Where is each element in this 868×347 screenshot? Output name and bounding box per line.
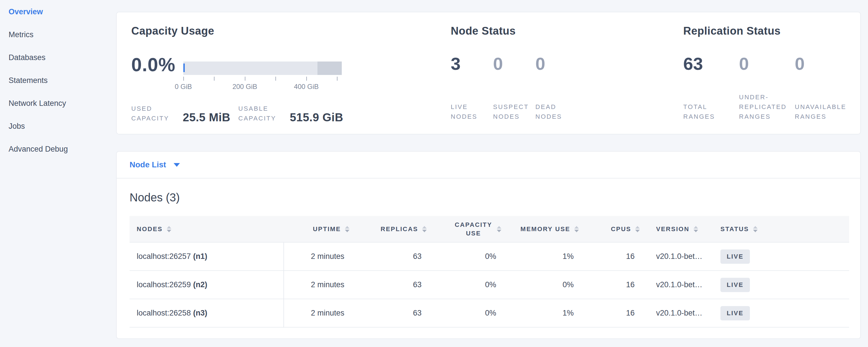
column-header-capacity-use[interactable]: CAPACITY USE: [430, 221, 505, 238]
column-header-status[interactable]: STATUS: [720, 225, 849, 233]
sidebar-item-overview[interactable]: Overview: [0, 0, 116, 23]
sidebar-item-statements[interactable]: Statements: [0, 69, 116, 92]
axis-label-400gib: 400 GiB: [286, 83, 326, 91]
under-replicated-ranges-label: UNDER-REPLICATED RANGES: [739, 92, 795, 122]
total-ranges-label: TOTAL RANGES: [683, 102, 739, 122]
suspect-nodes-value: 0: [493, 54, 535, 73]
capacity-bar-used-segment: [183, 64, 185, 72]
total-ranges-value: 63: [683, 54, 739, 73]
axis-label-0gib: 0 GiB: [163, 83, 203, 91]
version-cell: v20.1.0-bet…: [643, 309, 720, 318]
replication-status-labels: TOTAL RANGES UNDER-REPLICATED RANGES UNA…: [683, 89, 850, 122]
memory-use-cell: 1%: [505, 252, 582, 261]
node-status-labels: LIVE NODES SUSPECT NODES DEAD NODES: [451, 89, 578, 122]
sidebar-item-databases[interactable]: Databases: [0, 46, 116, 69]
node-list-card: Node List Nodes (3) NODES UPTIME REPLICA…: [116, 151, 861, 339]
capacity-usage-section: Capacity Usage 0.0% 0 GiB 200 GiB 400 Gi…: [131, 12, 449, 134]
unavailable-ranges-value: 0: [795, 54, 850, 73]
sort-icon: [167, 226, 171, 232]
unavailable-ranges-label: UNAVAILABLE RANGES: [795, 102, 850, 122]
axis-tick: [214, 77, 215, 81]
capacity-stats: USED CAPACITY 25.5 MiB USABLE CAPACITY 5…: [131, 103, 351, 123]
sidebar: Overview Metrics Databases Statements Ne…: [0, 0, 116, 347]
sidebar-item-advanced-debug[interactable]: Advanced Debug: [0, 137, 116, 160]
cpus-cell: 16: [582, 252, 643, 261]
column-header-cpus[interactable]: CPUS: [582, 225, 643, 233]
node-address: localhost:26259: [137, 280, 191, 289]
column-header-uptime[interactable]: UPTIME: [283, 225, 353, 233]
status-badge: LIVE: [720, 278, 750, 292]
node-status-section: Node Status 3 0 0 LIVE NODES SUSPECT NOD…: [451, 12, 668, 134]
node-address-cell[interactable]: localhost:26258(n3): [129, 309, 283, 318]
column-header-label: STATUS: [720, 225, 749, 233]
node-list-dropdown[interactable]: Node List: [117, 152, 860, 179]
used-capacity-label: USED CAPACITY: [131, 104, 174, 123]
status-cell: LIVE: [720, 306, 849, 320]
under-replicated-ranges-value: 0: [739, 54, 795, 73]
column-header-nodes[interactable]: NODES: [129, 225, 283, 233]
status-badge: LIVE: [720, 306, 750, 320]
node-name: (n1): [193, 252, 207, 261]
sidebar-item-metrics[interactable]: Metrics: [0, 23, 116, 46]
sort-icon: [422, 226, 427, 232]
nodes-column-divider: [283, 243, 284, 327]
usable-capacity-value: 515.9 GiB: [290, 111, 343, 123]
node-address: localhost:26258: [137, 309, 191, 317]
replicas-cell: 63: [353, 280, 430, 289]
capacity-usage-title: Capacity Usage: [131, 25, 214, 37]
axis-tick: [275, 77, 276, 81]
axis-tick: [306, 77, 307, 81]
status-badge: LIVE: [720, 249, 750, 264]
uptime-cell: 2 minutes: [283, 280, 353, 289]
table-row-node-2[interactable]: localhost:26259(n2) 2 minutes 63 0% 0% 1…: [129, 271, 849, 299]
sidebar-item-network-latency[interactable]: Network Latency: [0, 92, 116, 115]
column-header-label: NODES: [137, 225, 163, 233]
version-cell: v20.1.0-bet…: [643, 252, 720, 261]
status-cell: LIVE: [720, 249, 849, 264]
used-capacity-value: 25.5 MiB: [183, 111, 230, 123]
chevron-down-icon: [174, 163, 180, 167]
suspect-nodes-label: SUSPECT NODES: [493, 102, 535, 122]
node-name: (n3): [193, 309, 207, 317]
capacity-used-percent: 0.0%: [131, 55, 175, 75]
cluster-summary-card: Capacity Usage 0.0% 0 GiB 200 GiB 400 Gi…: [116, 12, 861, 134]
column-header-replicas[interactable]: REPLICAS: [353, 225, 430, 233]
sort-icon: [753, 226, 757, 232]
column-header-label: CPUS: [611, 225, 631, 233]
nodes-table: NODES UPTIME REPLICAS CAPACITY USE MEMOR…: [129, 216, 849, 327]
column-header-version[interactable]: VERSION: [643, 225, 720, 233]
axis-tick: [245, 77, 245, 81]
node-status-title: Node Status: [451, 25, 516, 37]
column-header-label: UPTIME: [313, 225, 341, 233]
table-row-node-3[interactable]: localhost:26258(n3) 2 minutes 63 0% 1% 1…: [129, 299, 849, 327]
dead-nodes-label: DEAD NODES: [535, 102, 578, 122]
capacity-use-cell: 0%: [430, 309, 505, 318]
axis-tick: [337, 77, 338, 81]
node-list-dropdown-label: Node List: [129, 160, 166, 169]
sort-icon: [635, 226, 640, 232]
node-address-cell[interactable]: localhost:26259(n2): [129, 280, 283, 289]
sidebar-item-jobs[interactable]: Jobs: [0, 115, 116, 137]
capacity-use-cell: 0%: [430, 280, 505, 289]
sort-icon: [693, 226, 698, 232]
cpus-cell: 16: [582, 309, 643, 318]
dead-nodes-value: 0: [535, 54, 578, 73]
capacity-use-cell: 0%: [430, 252, 505, 261]
axis-label-200gib: 200 GiB: [225, 83, 265, 91]
capacity-usage-bar: [183, 62, 342, 75]
table-row-node-1[interactable]: localhost:26257(n1) 2 minutes 63 0% 1% 1…: [129, 243, 849, 271]
cpus-cell: 16: [582, 280, 643, 289]
memory-use-cell: 0%: [505, 280, 582, 289]
node-status-values: 3 0 0: [451, 54, 578, 73]
axis-tick: [183, 77, 184, 81]
status-cell: LIVE: [720, 278, 849, 292]
node-address-cell[interactable]: localhost:26257(n1): [129, 252, 283, 261]
uptime-cell: 2 minutes: [283, 309, 353, 318]
column-header-label: VERSION: [656, 225, 689, 233]
replicas-cell: 63: [353, 309, 430, 318]
sort-icon: [574, 226, 579, 232]
column-header-memory-use[interactable]: MEMORY USE: [505, 225, 582, 233]
column-header-label: MEMORY USE: [521, 225, 570, 233]
replication-status-values: 63 0 0: [683, 54, 850, 73]
node-name: (n2): [193, 280, 207, 289]
